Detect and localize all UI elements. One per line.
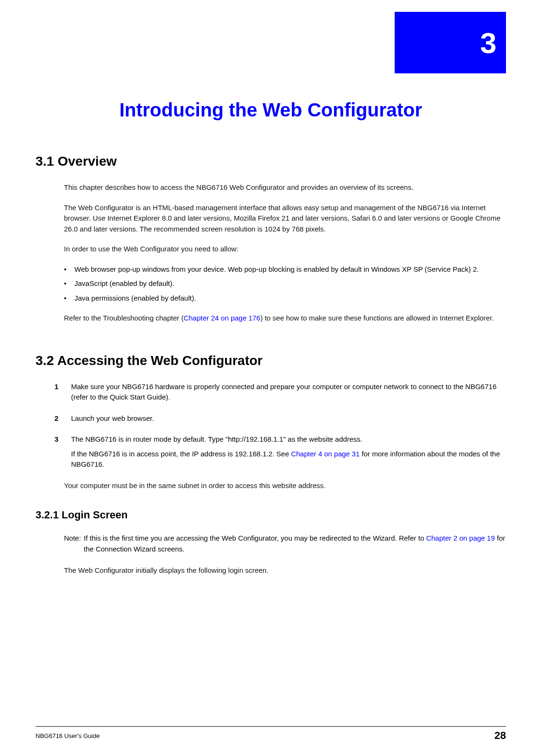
cross-reference-link[interactable]: Chapter 24 on page 176 — [184, 314, 261, 322]
numbered-item: 2 Launch your web browser. — [54, 413, 506, 424]
text-fragment: Refer to the Troubleshooting chapter ( — [64, 314, 184, 322]
text-fragment: If this is the first time you are access… — [84, 534, 426, 542]
cross-reference-link[interactable]: Chapter 4 on page 31 — [291, 450, 360, 458]
bullet-text: Java permissions (enabled by default). — [74, 293, 506, 304]
step-text: Make sure your NBG6716 hardware is prope… — [71, 382, 506, 403]
page-footer: NBG6716 User's Guide 28 — [36, 726, 506, 742]
body-paragraph: The Web Configurator is an HTML-based ma… — [64, 203, 506, 235]
bullet-item: • JavaScript (enabled by default). — [64, 278, 506, 289]
bullet-item: • Java permissions (enabled by default). — [64, 293, 506, 304]
chapter-title: Introducing the Web Configurator — [36, 99, 506, 121]
chapter-number-box: 3 — [395, 12, 506, 73]
bullet-marker: • — [64, 264, 74, 275]
note-block: Note: If this is the first time you are … — [64, 533, 506, 555]
cross-reference-link[interactable]: Chapter 2 on page 19 — [426, 534, 495, 542]
step-number: 3 — [54, 434, 71, 470]
body-paragraph: Your computer must be in the same subnet… — [64, 480, 506, 491]
step-number: 1 — [54, 382, 71, 403]
text-fragment: ) to see how to make sure these function… — [260, 314, 494, 322]
numbered-item: 3 The NBG6716 is in router mode by defau… — [54, 434, 506, 470]
section-heading-overview: 3.1 Overview — [36, 154, 506, 169]
body-paragraph: The Web Configurator initially displays … — [64, 565, 506, 576]
step-number: 2 — [54, 413, 71, 424]
subsection-heading-login: 3.2.1 Login Screen — [36, 509, 506, 521]
step-sub-text: If the NBG6716 is in access point, the I… — [71, 449, 506, 470]
body-paragraph: Refer to the Troubleshooting chapter (Ch… — [64, 313, 506, 324]
bullet-marker: • — [64, 293, 74, 304]
numbered-list: 1 Make sure your NBG6716 hardware is pro… — [54, 382, 506, 470]
note-label: Note: — [64, 533, 84, 555]
chapter-number: 3 — [480, 26, 497, 60]
bullet-item: • Web browser pop-up windows from your d… — [64, 264, 506, 275]
bullet-text: Web browser pop-up windows from your dev… — [74, 264, 506, 275]
footer-page-number: 28 — [495, 729, 506, 742]
page-container: 3 Introducing the Web Configurator 3.1 O… — [0, 0, 551, 756]
text-fragment: The NBG6716 is in router mode by default… — [71, 435, 362, 443]
numbered-item: 1 Make sure your NBG6716 hardware is pro… — [54, 382, 506, 403]
bullet-text: JavaScript (enabled by default). — [74, 278, 506, 289]
text-fragment: If the NBG6716 is in access point, the I… — [71, 450, 291, 458]
step-text: Launch your web browser. — [71, 413, 506, 424]
body-paragraph: This chapter describes how to access the… — [64, 182, 506, 193]
body-paragraph: In order to use the Web Configurator you… — [64, 244, 506, 255]
section-heading-accessing: 3.2 Accessing the Web Configurator — [36, 353, 506, 368]
step-text: The NBG6716 is in router mode by default… — [71, 434, 506, 470]
bullet-marker: • — [64, 278, 74, 289]
footer-guide-title: NBG6716 User's Guide — [36, 732, 99, 739]
note-content: If this is the first time you are access… — [84, 533, 506, 555]
bullet-list: • Web browser pop-up windows from your d… — [64, 264, 506, 304]
